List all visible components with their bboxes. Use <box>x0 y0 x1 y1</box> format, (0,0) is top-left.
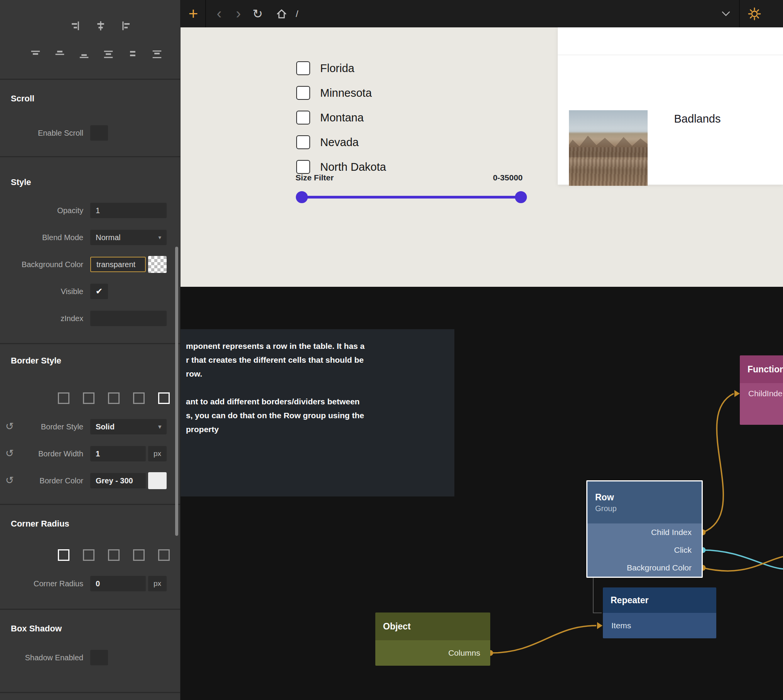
object-node[interactable]: Object Columns <box>375 612 490 666</box>
panel-footer <box>0 692 180 700</box>
reset-icon[interactable]: ↺ <box>5 448 14 459</box>
check-icon: ✔ <box>96 286 103 296</box>
checkbox-row: Montana <box>296 111 364 125</box>
reload-button[interactable]: ↻ <box>250 0 265 27</box>
section-title: Style <box>11 177 180 187</box>
align-left-icon[interactable] <box>120 20 132 32</box>
port-background-color[interactable]: Background Color <box>587 559 702 577</box>
wire-columns-to-items <box>490 626 596 653</box>
section-title: Border Style <box>11 356 180 366</box>
distribute-bottom-icon[interactable] <box>151 49 163 60</box>
enable-scroll-checkbox[interactable] <box>90 125 108 141</box>
corner-option[interactable] <box>155 546 173 564</box>
visible-checkbox[interactable]: ✔ <box>90 284 108 299</box>
opacity-input[interactable]: 1 <box>90 203 167 218</box>
border-width-input[interactable]: 1 <box>90 446 146 461</box>
port-columns[interactable]: Columns <box>375 640 490 666</box>
repeater-node-header[interactable]: Repeater <box>603 587 716 613</box>
panel-scrollbar-thumb[interactable] <box>175 247 178 536</box>
checkbox-florida[interactable] <box>296 61 310 75</box>
blend-mode-select[interactable]: Normal ▾ <box>90 230 167 245</box>
distribute-top-icon[interactable] <box>103 49 114 60</box>
repeater-node[interactable]: Repeater Items <box>603 587 716 638</box>
range-slider-track[interactable] <box>302 196 521 199</box>
align-right-icon[interactable] <box>70 20 81 32</box>
checkbox-minnesota[interactable] <box>296 86 310 100</box>
hierarchy-connector <box>593 578 602 613</box>
slider-handle-min[interactable] <box>296 191 308 203</box>
border-side-option[interactable] <box>54 389 73 407</box>
checkbox-label: Montana <box>320 111 364 124</box>
home-button[interactable] <box>273 0 290 27</box>
function-node[interactable]: Function ChildInde b <box>740 355 783 425</box>
tooltip-line: mponent represents a row in the table. I… <box>186 339 445 353</box>
background-color-input[interactable]: transparent <box>90 257 146 272</box>
align-bottom-icon[interactable] <box>78 49 90 60</box>
corner-radius-unit[interactable]: px <box>148 576 167 591</box>
node-subtitle: Group <box>595 504 702 513</box>
section-title: Box Shadow <box>11 624 180 634</box>
port-childindex[interactable]: ChildInde <box>740 383 783 404</box>
slider-handle-max[interactable] <box>515 191 527 203</box>
forward-button[interactable]: › <box>231 0 246 27</box>
park-name-cell: Badlands <box>659 113 736 125</box>
port-click[interactable]: Click <box>587 541 702 559</box>
port-child-index[interactable]: Child Index <box>587 523 702 541</box>
back-button[interactable]: ‹ <box>211 0 227 27</box>
border-style-section: Border Style ↺ Border Style Solid ▾ ↺ Bo… <box>0 343 180 504</box>
border-style-select[interactable]: Solid ▾ <box>90 419 167 434</box>
border-side-option[interactable] <box>130 389 148 407</box>
border-side-option-all[interactable] <box>155 389 173 407</box>
preview-size-dropdown[interactable] <box>719 0 733 27</box>
tooltip-line: r that creates the different cells that … <box>186 353 445 367</box>
align-top-icon[interactable] <box>30 49 41 60</box>
border-color-swatch[interactable] <box>148 472 167 489</box>
border-side-option[interactable] <box>105 389 123 407</box>
function-node-header[interactable]: Function <box>740 355 783 383</box>
checkbox-north-dakota[interactable] <box>296 160 310 174</box>
checkbox-label: Minnesota <box>320 87 372 99</box>
object-node-header[interactable]: Object <box>375 612 490 640</box>
row-node-header[interactable]: Row Group <box>587 481 702 523</box>
items-input-arrow-icon[interactable] <box>597 622 602 629</box>
badlands-photo <box>569 110 648 186</box>
corner-radius-input[interactable]: 0 <box>90 576 146 591</box>
checkbox-nevada[interactable] <box>296 135 310 149</box>
port-items[interactable]: Items <box>603 613 716 638</box>
border-width-unit[interactable]: px <box>148 446 167 461</box>
corner-option[interactable] <box>105 546 123 564</box>
node-graph-editor[interactable]: mponent represents a row in the table. I… <box>181 287 783 700</box>
reset-icon[interactable]: ↺ <box>5 475 14 486</box>
border-side-option[interactable] <box>79 389 98 407</box>
node-title: Row <box>595 492 702 503</box>
preview-toolbar: + ‹ › ↻ / <box>181 0 783 27</box>
corner-option-all[interactable] <box>54 546 73 564</box>
background-color-swatch[interactable] <box>148 256 167 273</box>
align-middle-icon[interactable] <box>54 49 66 60</box>
zindex-input[interactable] <box>90 311 167 326</box>
corner-option[interactable] <box>130 546 148 564</box>
alignment-toolbar <box>0 0 180 79</box>
corner-option[interactable] <box>79 546 98 564</box>
checkbox-label: North Dakota <box>320 161 386 173</box>
port-partial[interactable]: b <box>740 404 783 425</box>
debug-inspector-button[interactable] <box>747 0 762 27</box>
row-group-node[interactable]: Row Group Child Index Click Background C… <box>586 480 703 578</box>
shadow-enabled-checkbox[interactable] <box>90 650 108 665</box>
table-row[interactable]: Badlands <box>558 55 783 185</box>
shadow-enabled-label: Shadow Enabled <box>0 653 90 662</box>
size-filter-range-value: 0-35000 <box>451 173 523 182</box>
chevron-down-icon <box>722 11 730 16</box>
url-path[interactable]: / <box>292 0 302 27</box>
border-color-input[interactable]: Grey - 300 <box>90 473 146 488</box>
function-input-arrow-icon[interactable] <box>734 390 740 397</box>
wire-childindex-to-function <box>703 394 734 532</box>
node-title: Object <box>383 621 490 632</box>
checkbox-montana[interactable] <box>296 111 310 125</box>
new-tab-button[interactable]: + <box>185 0 201 27</box>
reset-icon[interactable]: ↺ <box>5 421 14 432</box>
checkbox-label: Nevada <box>320 136 359 149</box>
results-table: Badlands South Dakota <box>558 27 783 185</box>
distribute-middle-icon[interactable] <box>127 49 138 60</box>
align-center-horizontal-icon[interactable] <box>95 20 106 32</box>
